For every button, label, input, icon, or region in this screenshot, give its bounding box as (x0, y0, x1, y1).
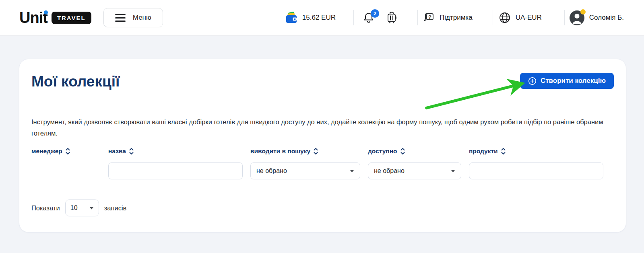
create-collection-label: Створити колекцію (541, 77, 606, 85)
name-filter-input[interactable] (108, 162, 243, 179)
divider (493, 10, 493, 25)
divider (353, 10, 354, 25)
page-title: Мої колекції (31, 73, 120, 91)
support-label: Підтримка (440, 14, 473, 22)
globe-icon (499, 12, 511, 24)
sort-icon (400, 147, 405, 155)
column-header-available[interactable]: доступно (368, 145, 461, 157)
page-body: Мої колекції Створити колекцію Інструмен… (0, 59, 644, 253)
column-header-name[interactable]: назва (108, 145, 243, 157)
collections-card: Мої колекції Створити колекцію Інструмен… (19, 59, 626, 232)
svg-text:?: ? (428, 14, 431, 20)
logo-travel-badge: TRAVEL (52, 12, 91, 24)
sort-icon (129, 147, 134, 155)
products-filter-input[interactable] (469, 162, 603, 179)
column-header-products[interactable]: продукти (469, 145, 603, 157)
logo[interactable]: Unit TRAVEL (19, 10, 91, 25)
column-manager: менеджер (31, 145, 101, 179)
sort-icon (501, 147, 506, 155)
card-header: Мої колекції Створити колекцію (31, 73, 614, 91)
column-products: продукти (469, 145, 603, 179)
column-name: назва (108, 145, 243, 179)
hamburger-icon (115, 14, 126, 22)
page-size-control: Показати 10 записів (31, 200, 614, 216)
user-name: Соломія Б. (589, 14, 624, 22)
menu-button[interactable]: Меню (103, 8, 163, 27)
support-button[interactable]: ? Підтримка (423, 11, 473, 24)
page-description: Інструмент, який дозволяє створювати ваш… (31, 116, 611, 139)
logo-unit-text: Unit (19, 10, 47, 25)
divider (417, 10, 418, 25)
notifications-count-badge: 2 (371, 9, 379, 18)
caret-down-icon (89, 207, 94, 210)
column-header-show-in-search[interactable]: виводити в пошуку (250, 145, 360, 157)
luggage-button[interactable] (386, 11, 397, 24)
caret-down-icon (451, 170, 455, 173)
menu-label: Меню (133, 14, 151, 22)
suitcase-icon (386, 11, 397, 24)
records-label: записів (104, 204, 127, 212)
create-collection-button[interactable]: Створити колекцію (520, 73, 614, 89)
caret-down-icon (350, 170, 354, 173)
collections-table-filters: менеджер назва виводити в пошуку (31, 145, 614, 179)
column-header-manager[interactable]: менеджер (31, 145, 101, 157)
notifications-button[interactable]: 2 (363, 12, 375, 24)
chat-question-icon: ? (423, 11, 436, 24)
show-in-search-filter-select[interactable]: не обрано (250, 162, 360, 179)
column-show-in-search: виводити в пошуку не обрано (250, 145, 360, 179)
divider (564, 10, 565, 25)
plus-circle-icon (528, 77, 537, 85)
top-navbar: Unit TRAVEL Меню 15.62 EUR 2 (0, 0, 644, 36)
logo-blue-dot (44, 10, 48, 14)
user-menu[interactable]: Соломія Б. (570, 10, 624, 25)
page-size-select[interactable]: 10 (65, 200, 99, 216)
avatar-icon (570, 10, 584, 25)
available-filter-select[interactable]: не обрано (368, 162, 461, 179)
sort-icon (313, 147, 318, 155)
wallet-icon (285, 12, 298, 24)
wallet-balance-amount: 15.62 EUR (302, 14, 336, 22)
sort-icon (65, 147, 70, 155)
locale-label: UA-EUR (516, 14, 542, 22)
show-label: Показати (31, 204, 60, 212)
column-available: доступно не обрано (368, 145, 461, 179)
locale-currency-button[interactable]: UA-EUR (499, 12, 542, 24)
topbar-right-group: 15.62 EUR 2 (285, 10, 624, 25)
avatar-status-dot (580, 9, 586, 14)
wallet-balance-button[interactable]: 15.62 EUR (285, 12, 336, 24)
